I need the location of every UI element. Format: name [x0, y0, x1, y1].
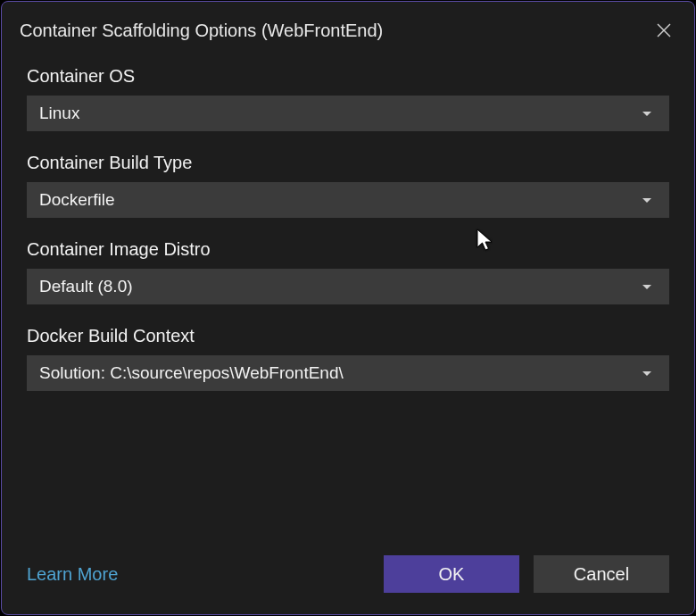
close-icon — [656, 22, 672, 38]
chevron-down-icon — [642, 371, 651, 376]
build-context-value: Solution: C:\source\repos\WebFrontEnd\ — [39, 363, 344, 383]
ok-button[interactable]: OK — [384, 555, 519, 593]
dialog-titlebar: Container Scaffolding Options (WebFrontE… — [2, 2, 694, 52]
dialog-title: Container Scaffolding Options (WebFrontE… — [20, 21, 383, 41]
dialog-content: Container OS Linux Container Build Type … — [2, 52, 694, 539]
build-type-value: Dockerfile — [39, 190, 114, 210]
learn-more-link[interactable]: Learn More — [27, 564, 118, 585]
field-container-os: Container OS Linux — [27, 66, 669, 131]
build-type-select[interactable]: Dockerfile — [27, 182, 669, 218]
chevron-down-icon — [642, 285, 651, 289]
chevron-down-icon — [642, 198, 651, 203]
build-context-label: Docker Build Context — [27, 326, 669, 346]
container-os-value: Linux — [39, 104, 79, 123]
container-os-select[interactable]: Linux — [27, 96, 669, 131]
build-context-select[interactable]: Solution: C:\source\repos\WebFrontEnd\ — [27, 355, 669, 391]
container-scaffolding-dialog: Container Scaffolding Options (WebFrontE… — [1, 1, 695, 615]
image-distro-value: Default (8.0) — [39, 277, 133, 296]
build-type-label: Container Build Type — [27, 153, 669, 173]
chevron-down-icon — [642, 112, 651, 116]
cancel-button[interactable]: Cancel — [534, 555, 669, 593]
dialog-footer: Learn More OK Cancel — [2, 539, 694, 614]
image-distro-select[interactable]: Default (8.0) — [27, 269, 669, 304]
field-build-context: Docker Build Context Solution: C:\source… — [27, 326, 669, 391]
field-build-type: Container Build Type Dockerfile — [27, 153, 669, 218]
close-button[interactable] — [651, 18, 676, 43]
container-os-label: Container OS — [27, 66, 669, 87]
image-distro-label: Container Image Distro — [27, 239, 669, 260]
field-image-distro: Container Image Distro Default (8.0) — [27, 239, 669, 304]
